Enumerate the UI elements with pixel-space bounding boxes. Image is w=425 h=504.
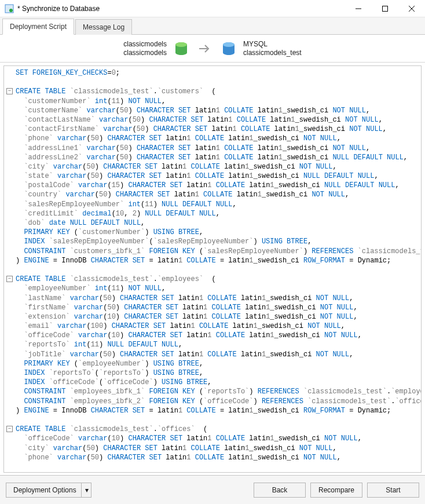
target-schema: classicmodels_test [243, 49, 302, 57]
svg-point-9 [223, 42, 235, 47]
code-line: `contactFirstName` varchar(50) CHARACTER… [16, 125, 417, 134]
code-line: PRIMARY KEY (`customerNumber`) USING BTR… [16, 228, 417, 237]
tab-message-log[interactable]: Message Log [75, 19, 132, 35]
database-icon [174, 41, 189, 56]
fold-toggle-icon[interactable]: − [6, 88, 13, 94]
code-line: −CREATE TABLE `classicmodels_test`.`empl… [16, 275, 417, 284]
tab-deployment-script[interactable]: Deployment Script [2, 19, 74, 35]
code-line: −CREATE TABLE `classicmodels_test`.`offi… [16, 425, 417, 434]
code-line: INDEX `reportsTo`(`reportsTo`) USING BTR… [16, 368, 417, 378]
editor-area: SET FOREIGN_KEY_CHECKS=0; −CREATE TABLE … [0, 63, 425, 475]
code-line: `city` varchar(50) CHARACTER SET latin1 … [16, 444, 417, 453]
code-line: `postalCode` varchar(15) CHARACTER SET l… [16, 181, 417, 190]
code-line: `contactLastName` varchar(50) CHARACTER … [16, 115, 417, 125]
deployment-options-button[interactable]: Deployment Options ▾ [6, 483, 91, 498]
target-name: MYSQL [243, 40, 302, 49]
code-line: `state` varchar(50) CHARACTER SET latin1… [16, 171, 417, 181]
sql-editor[interactable]: SET FOREIGN_KEY_CHECKS=0; −CREATE TABLE … [3, 65, 422, 473]
code-line: INDEX `salesRepEmployeeNumber`(`salesRep… [16, 237, 417, 246]
code-line [16, 78, 417, 87]
database-icon [221, 41, 236, 56]
code-line: CONSTRAINT `employees_ibfk_2` FOREIGN KE… [16, 397, 417, 406]
code-line: `firstName` varchar(50) CHARACTER SET la… [16, 303, 417, 312]
footer-bar: Deployment Options ▾ Back Recompare Star… [0, 475, 425, 504]
code-line: PRIMARY KEY (`employeeNumber`) USING BTR… [16, 359, 417, 368]
button-label: Start [386, 486, 400, 494]
svg-rect-3 [383, 6, 388, 11]
app-icon [5, 4, 14, 13]
sync-header: classicmodels classicmodels MYSQL classi… [0, 35, 425, 63]
svg-point-7 [175, 42, 187, 47]
code-line: `creditLimit` decimal(10, 2) NULL DEFAUL… [16, 209, 417, 218]
tab-bar: Deployment Script Message Log [0, 17, 425, 35]
maximize-button[interactable] [372, 0, 398, 17]
code-line [16, 265, 417, 275]
fold-toggle-icon[interactable]: − [6, 276, 13, 282]
start-button[interactable]: Start [367, 483, 419, 498]
code-line: CONSTRAINT `employees_ibfk_1` FOREIGN KE… [16, 387, 417, 396]
close-button[interactable] [398, 0, 425, 17]
code-line: ) ENGINE = InnoDB CHARACTER SET = latin1… [16, 256, 417, 265]
button-label: Back [272, 486, 288, 494]
recompare-button[interactable]: Recompare [310, 483, 362, 498]
arrow-right-icon [199, 44, 211, 53]
code-line: CONSTRAINT `customers_ibfk_1` FOREIGN KE… [16, 247, 417, 256]
code-line: `extension` varchar(10) CHARACTER SET la… [16, 312, 417, 322]
code-line: `salesRepEmployeeNumber` int(11) NULL DE… [16, 200, 417, 209]
code-line: `lastName` varchar(50) CHARACTER SET lat… [16, 294, 417, 303]
code-line: `addressLine2` varchar(50) CHARACTER SET… [16, 153, 417, 162]
svg-point-1 [9, 9, 13, 12]
code-line: `reportsTo` int(11) NULL DEFAULT NULL, [16, 340, 417, 349]
code-line: `country` varchar(50) CHARACTER SET lati… [16, 190, 417, 199]
sync-source: classicmodels classicmodels [123, 40, 189, 57]
source-name: classicmodels [123, 40, 167, 49]
sync-target: MYSQL classicmodels_test [221, 40, 302, 57]
code-line: `jobTitle` varchar(50) CHARACTER SET lat… [16, 350, 417, 359]
fold-toggle-icon[interactable]: − [6, 426, 13, 432]
dropdown-caret-icon: ▾ [81, 483, 89, 497]
code-line: INDEX `officeCode`(`officeCode`) USING B… [16, 378, 417, 387]
button-label: Deployment Options [13, 486, 76, 494]
code-line: `officeCode` varchar(10) CHARACTER SET l… [16, 331, 417, 340]
code-line: ) ENGINE = InnoDB CHARACTER SET = latin1… [16, 406, 417, 415]
code-line: SET FOREIGN_KEY_CHECKS=0; [16, 68, 417, 78]
code-line: `dob` date NULL DEFAULT NULL, [16, 218, 417, 228]
code-line: `phone` varchar(50) CHARACTER SET latin1… [16, 134, 417, 143]
source-schema: classicmodels [123, 49, 167, 57]
code-line: −CREATE TABLE `classicmodels_test`.`cust… [16, 87, 417, 96]
code-line: `phone` varchar(50) CHARACTER SET latin1… [16, 453, 417, 462]
code-line: `email` varchar(100) CHARACTER SET latin… [16, 322, 417, 331]
window-title: * Synchronize to Database [17, 5, 100, 13]
title-bar: * Synchronize to Database [0, 0, 425, 17]
code-line: `employeeNumber` int(11) NOT NULL, [16, 284, 417, 293]
tab-label: Message Log [83, 23, 124, 31]
tab-label: Deployment Script [10, 23, 67, 31]
button-label: Recompare [318, 486, 354, 494]
code-line: `officeCode` varchar(10) CHARACTER SET l… [16, 434, 417, 443]
code-line: `city` varchar(50) CHARACTER SET latin1 … [16, 162, 417, 171]
code-line: `customerNumber` int(11) NOT NULL, [16, 97, 417, 106]
back-button[interactable]: Back [254, 483, 306, 498]
code-line [16, 415, 417, 425]
code-line: `customerName` varchar(50) CHARACTER SET… [16, 106, 417, 115]
minimize-button[interactable] [345, 0, 372, 17]
code-line: `addressLine1` varchar(50) CHARACTER SET… [16, 144, 417, 153]
